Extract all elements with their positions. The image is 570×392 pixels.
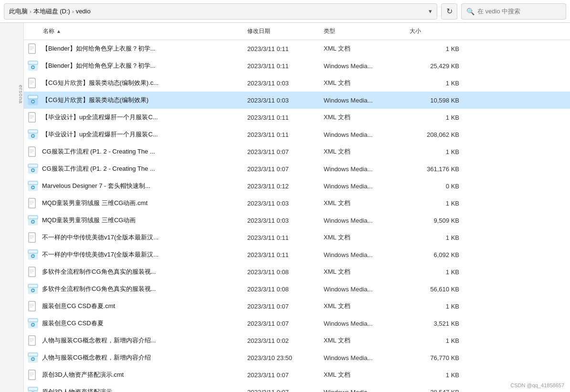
file-size: 1 KB	[410, 80, 467, 87]
svg-rect-21	[28, 130, 38, 133]
file-modified: 2023/3/11 0:03	[247, 217, 324, 224]
file-name-cell: 【毕业设计】up全流程爆肝一个月服装C...	[28, 129, 247, 140]
file-type: Windows Media...	[324, 389, 410, 392]
breadcrumb-root[interactable]: 此电脑	[9, 7, 28, 16]
table-row[interactable]: 【CG短片欣赏】服装类动态(编制效果).c... 2023/3/11 0:03 …	[24, 74, 570, 92]
file-type: XML 文档	[324, 233, 410, 242]
file-modified: 2023/3/11 0:12	[247, 183, 324, 190]
file-modified: 2023/3/11 0:11	[247, 45, 324, 52]
breadcrumb[interactable]: 此电脑 › 本地磁盘 (D:) › vedio ▾	[4, 3, 437, 20]
address-bar: 此电脑 › 本地磁盘 (D:) › vedio ▾ ↻ 🔍	[0, 0, 570, 23]
file-name-cell: 原创3D人物资产搭配演示.cmt	[28, 370, 247, 380]
col-header-size[interactable]: 大小	[410, 27, 467, 35]
file-name-cell: 多软件全流程制作CG角色真实的服装视...	[28, 267, 247, 277]
table-row[interactable]: 人物与服装CG概念教程，新增内容介绍... 2023/3/11 0:02 XML…	[24, 332, 570, 349]
svg-rect-81	[28, 387, 38, 391]
file-size: 25,429 KB	[410, 62, 467, 70]
file-modified: 2023/3/11 0:08	[247, 268, 324, 276]
file-name: 多软件全流程制作CG角色真实的服装视...	[42, 285, 156, 293]
table-row[interactable]: 【毕业设计】up全流程爆肝一个月服装C... 2023/3/11 0:11 Wi…	[24, 126, 570, 143]
file-size: 76,770 KB	[410, 354, 467, 361]
file-size: 3,521 KB	[410, 320, 467, 327]
media-file-icon	[28, 387, 38, 392]
col-header-name[interactable]: 名称 ▲	[28, 27, 247, 35]
media-file-icon	[28, 318, 38, 329]
file-type: XML 文档	[324, 44, 410, 53]
file-name-cell: 多软件全流程制作CG角色真实的服装视...	[28, 284, 247, 294]
file-name: 【毕业设计】up全流程爆肝一个月服装C...	[42, 130, 158, 139]
file-size: 56,610 KB	[410, 286, 467, 293]
refresh-button[interactable]: ↻	[441, 3, 457, 20]
svg-rect-73	[28, 353, 38, 356]
svg-rect-41	[28, 216, 38, 219]
sidebar-label: ersona	[0, 85, 24, 104]
table-row[interactable]: CG服装工作流程 (P1. 2 - Creating The ... 2023/…	[24, 143, 570, 160]
file-modified: 2023/3/11 0:07	[247, 165, 324, 173]
xml-file-icon	[28, 112, 38, 123]
file-size: 0 KB	[410, 183, 467, 190]
col-header-type[interactable]: 类型	[324, 27, 410, 35]
file-name: MQD童装男童羽绒服 三维CG动画.cmt	[42, 199, 148, 207]
file-name-cell: 【CG短片欣赏】服装类动态(编制效果)	[28, 95, 247, 105]
sidebar: ersona	[0, 23, 24, 392]
table-row[interactable]: 不一样的中华传统美德v17(全版本最新汉... 2023/3/11 0:11 W…	[24, 246, 570, 263]
file-size: 208,062 KB	[410, 131, 467, 138]
table-row[interactable]: MQD童装男童羽绒服 三维CG动画.cmt 2023/3/11 0:03 XML…	[24, 195, 570, 212]
file-name-cell: MQD童装男童羽绒服 三维CG动画.cmt	[28, 198, 247, 208]
xml-file-icon	[28, 335, 38, 346]
file-type: XML 文档	[324, 199, 410, 207]
file-type: XML 文档	[324, 113, 410, 122]
table-row[interactable]: 【毕业设计】up全流程爆肝一个月服装C... 2023/3/11 0:11 XM…	[24, 109, 570, 126]
search-box[interactable]: 🔍	[461, 3, 566, 20]
file-name-cell: Marvelous Designer 7 - 套头帽快速制...	[28, 181, 247, 191]
file-type: Windows Media...	[324, 165, 410, 173]
table-row[interactable]: 【Blender】如何给角色穿上衣服？初学... 2023/3/11 0:11 …	[24, 57, 570, 74]
file-type: Windows Media...	[324, 320, 410, 327]
file-size: 1 KB	[410, 337, 467, 344]
xml-file-icon	[28, 370, 38, 380]
file-modified: 2023/3/11 0:11	[247, 114, 324, 121]
search-input[interactable]	[477, 8, 554, 15]
file-modified: 2023/3/11 0:11	[247, 251, 324, 258]
media-file-icon	[28, 352, 38, 363]
table-row[interactable]: 服装创意CG CSD春夏.cmt 2023/3/11 0:07 XML 文档 1…	[24, 298, 570, 315]
chevron-down-icon[interactable]: ▾	[429, 8, 432, 15]
table-row[interactable]: 【Blender】如何给角色穿上衣服？初学... 2023/3/11 0:11 …	[24, 40, 570, 57]
file-size: 6,092 KB	[410, 251, 467, 258]
xml-file-icon	[28, 232, 38, 243]
col-header-modified[interactable]: 修改日期	[247, 27, 324, 35]
table-row[interactable]: 多软件全流程制作CG角色真实的服装视... 2023/3/11 0:08 Win…	[24, 280, 570, 298]
file-size: 10,598 KB	[410, 97, 467, 104]
table-row[interactable]: 不一样的中华传统美德v17(全版本最新汉... 2023/3/11 0:11 X…	[24, 229, 570, 246]
column-headers: 名称 ▲ 修改日期 类型 大小	[24, 23, 570, 40]
file-name-cell: 不一样的中华传统美德v17(全版本最新汉...	[28, 249, 247, 260]
file-name: 服装创意CG CSD春夏.cmt	[42, 302, 115, 310]
table-row[interactable]: MQD童装男童羽绒服 三维CG动画 2023/3/11 0:03 Windows…	[24, 212, 570, 229]
xml-file-icon	[28, 267, 38, 277]
media-file-icon	[28, 129, 38, 140]
table-row[interactable]: 多软件全流程制作CG角色真实的服装视... 2023/3/11 0:08 XML…	[24, 263, 570, 280]
table-row[interactable]: 【CG短片欣赏】服装类动态(编制效果) 2023/3/11 0:03 Windo…	[24, 92, 570, 109]
svg-rect-57	[28, 284, 38, 288]
file-size: 1 KB	[410, 200, 467, 207]
table-row[interactable]: 原创3D人物资产搭配演示.cmt 2023/3/11 0:07 XML 文档 1…	[24, 366, 570, 383]
svg-rect-29	[28, 164, 38, 167]
table-row[interactable]: Marvelous Designer 7 - 套头帽快速制... 2023/3/…	[24, 177, 570, 195]
file-size: 1 KB	[410, 268, 467, 276]
file-modified: 2023/3/11 0:02	[247, 337, 324, 344]
file-name: 原创3D人物资产搭配演示.cmt	[42, 371, 124, 379]
file-type: Windows Media...	[324, 62, 410, 70]
file-name: 多软件全流程制作CG角色真实的服装视...	[42, 268, 156, 276]
table-row[interactable]: 原创3D人物资产搭配演示 2023/3/11 0:07 Windows Medi…	[24, 383, 570, 392]
breadcrumb-part1[interactable]: 本地磁盘 (D:)	[33, 7, 70, 16]
file-modified: 2023/3/11 0:03	[247, 97, 324, 104]
file-name-cell: 【毕业设计】up全流程爆肝一个月服装C...	[28, 112, 247, 123]
svg-rect-49	[28, 250, 38, 253]
file-size: 1 KB	[410, 234, 467, 241]
table-row[interactable]: CG服装工作流程 (P1. 2 - Creating The ... 2023/…	[24, 160, 570, 177]
table-row[interactable]: 服装创意CG CSD春夏 2023/3/11 0:07 Windows Medi…	[24, 315, 570, 332]
file-modified: 2023/3/11 0:03	[247, 80, 324, 87]
table-row[interactable]: 人物与服装CG概念教程，新增内容介绍 2023/3/10 23:50 Windo…	[24, 349, 570, 366]
file-name-cell: 【CG短片欣赏】服装类动态(编制效果).c...	[28, 78, 247, 88]
file-size: 361,176 KB	[410, 165, 467, 173]
